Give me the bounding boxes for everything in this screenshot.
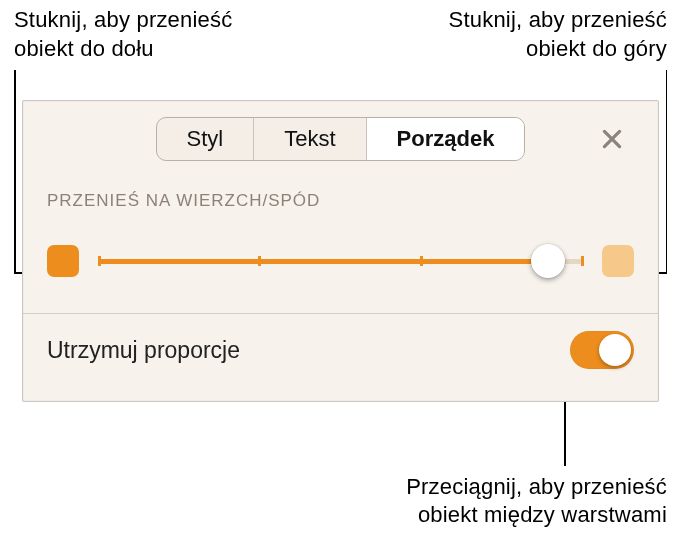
switch-knob xyxy=(599,334,631,366)
slider-tick xyxy=(98,256,101,266)
tab-text[interactable]: Tekst xyxy=(254,118,366,160)
callout-move-back: Stuknij, aby przenieść obiekt do dołu xyxy=(14,6,314,63)
slider-tick xyxy=(420,256,423,266)
leader-line xyxy=(666,70,668,273)
section-label-layer: PRZENIEŚ NA WIERZCH/SPÓD xyxy=(47,191,634,211)
callout-move-front: Stuknij, aby przenieść obiekt do góry xyxy=(367,6,667,63)
slider-tick xyxy=(581,256,584,266)
close-icon xyxy=(599,126,625,152)
bring-to-front-button[interactable] xyxy=(602,245,634,277)
format-panel: Styl Tekst Porządek PRZENIEŚ NA WIERZCH/… xyxy=(22,100,659,402)
slider-thumb[interactable] xyxy=(531,244,565,278)
close-button[interactable] xyxy=(590,117,634,161)
layer-slider[interactable] xyxy=(99,241,582,281)
keep-proportions-label: Utrzymuj proporcje xyxy=(47,337,240,364)
send-to-back-button[interactable] xyxy=(47,245,79,277)
tab-order[interactable]: Porządek xyxy=(367,118,525,160)
slider-fill xyxy=(99,259,548,264)
callout-drag-layers: Przeciągnij, aby przenieść obiekt między… xyxy=(267,473,667,530)
segmented-control: Styl Tekst Porządek xyxy=(156,117,526,161)
leader-line xyxy=(14,70,16,273)
keep-proportions-toggle[interactable] xyxy=(570,331,634,369)
tab-style[interactable]: Styl xyxy=(157,118,255,160)
slider-tick xyxy=(258,256,261,266)
